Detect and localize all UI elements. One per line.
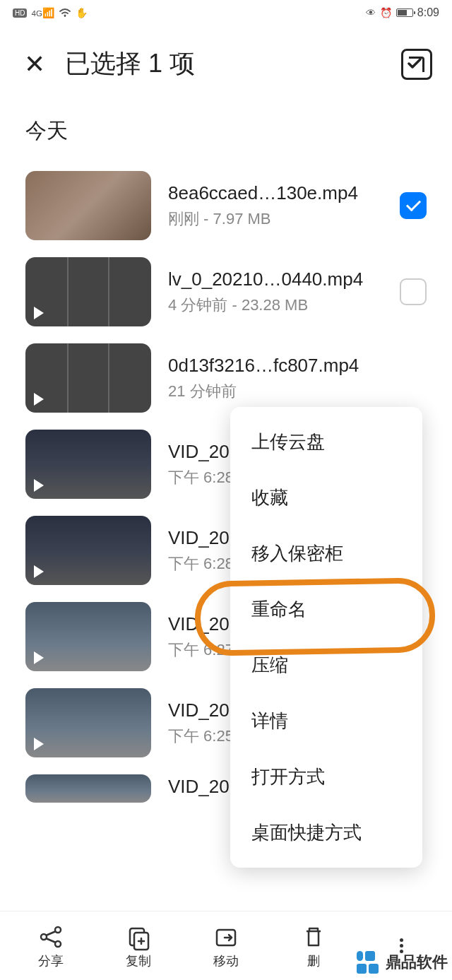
wifi-icon: [59, 8, 71, 18]
section-title: 今天: [0, 102, 452, 163]
play-icon: [34, 393, 44, 406]
close-button[interactable]: ✕: [24, 52, 45, 77]
battery-icon: [396, 8, 413, 17]
watermark-text: 鼎品软件: [386, 952, 448, 973]
file-item[interactable]: 8ea6ccaed…130e.mp4 刚刚 - 7.97 MB: [25, 163, 452, 249]
video-thumbnail: [25, 343, 151, 413]
selection-header: ✕ 已选择 1 项: [0, 25, 452, 102]
svg-point-0: [64, 15, 66, 17]
video-thumbnail: [25, 688, 151, 757]
copy-button[interactable]: 复制: [95, 923, 182, 969]
signal-icon: 4G📶: [31, 7, 54, 18]
file-meta: 4 分钟前 - 23.28 MB: [168, 295, 383, 316]
file-meta: 21 分钟前: [168, 381, 427, 402]
alarm-icon: ⏰: [380, 7, 392, 18]
video-thumbnail: [25, 430, 151, 499]
play-icon: [34, 565, 44, 578]
video-thumbnail: [25, 171, 151, 240]
menu-compress[interactable]: 压缩: [230, 637, 422, 693]
menu-details[interactable]: 详情: [230, 693, 422, 749]
play-icon: [34, 738, 44, 750]
video-thumbnail: [25, 602, 151, 671]
delete-label: 删: [307, 952, 320, 969]
menu-favorite[interactable]: 收藏: [230, 470, 422, 526]
status-bar: HD 4G📶 ✋ 👁 ⏰ 8:09: [0, 0, 452, 25]
context-menu: 上传云盘 收藏 移入保密柜 重命名 压缩 详情 打开方式 桌面快捷方式: [230, 407, 422, 868]
move-button[interactable]: 移动: [182, 923, 270, 969]
play-icon: [34, 479, 44, 492]
copy-label: 复制: [126, 952, 151, 969]
hand-icon: ✋: [76, 7, 88, 18]
header-title: 已选择 1 项: [65, 47, 381, 81]
menu-shortcut[interactable]: 桌面快捷方式: [230, 805, 422, 861]
clock-text: 8:09: [417, 6, 439, 19]
share-button[interactable]: 分享: [7, 923, 95, 969]
share-label: 分享: [38, 952, 64, 969]
watermark-logo-icon: [355, 949, 381, 976]
watermark: 鼎品软件: [355, 949, 448, 976]
hd-icon: HD: [13, 8, 27, 18]
move-label: 移动: [213, 952, 239, 969]
svg-line-4: [46, 931, 56, 935]
eye-icon: 👁: [366, 7, 376, 18]
menu-rename[interactable]: 重命名: [230, 581, 422, 637]
file-checkbox[interactable]: [400, 192, 427, 219]
file-checkbox[interactable]: [400, 278, 427, 305]
file-name: lv_0_20210…0440.mp4: [168, 268, 383, 290]
menu-upload-cloud[interactable]: 上传云盘: [230, 414, 422, 470]
play-icon: [34, 307, 44, 319]
video-thumbnail: [25, 774, 151, 803]
video-thumbnail: [25, 516, 151, 585]
play-icon: [34, 651, 44, 664]
svg-line-5: [46, 938, 56, 943]
file-item[interactable]: lv_0_20210…0440.mp4 4 分钟前 - 23.28 MB: [25, 249, 452, 335]
video-thumbnail: [25, 257, 151, 326]
menu-open-with[interactable]: 打开方式: [230, 749, 422, 805]
menu-move-safe[interactable]: 移入保密柜: [230, 526, 422, 581]
delete-button[interactable]: 删: [270, 923, 357, 969]
file-name: 0d13f3216…fc807.mp4: [168, 355, 427, 377]
file-meta: 刚刚 - 7.97 MB: [168, 208, 383, 230]
file-name: 8ea6ccaed…130e.mp4: [168, 182, 383, 204]
select-all-button[interactable]: [401, 49, 432, 80]
